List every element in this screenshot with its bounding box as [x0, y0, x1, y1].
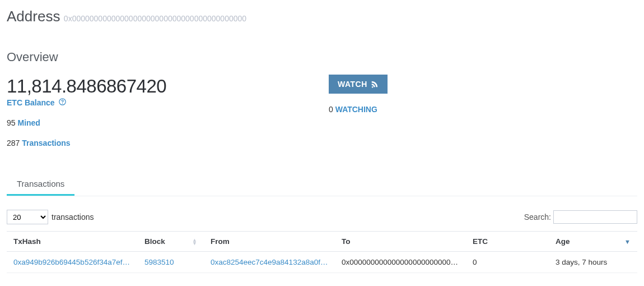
watching-link[interactable]: WATCHING	[335, 105, 377, 114]
overview-heading: Overview	[0, 25, 644, 64]
svg-point-1	[62, 103, 63, 104]
etc-balance-value: 11,814.8486867420	[7, 76, 315, 97]
col-block[interactable]: Block ▲▼	[138, 232, 204, 252]
mined-stat: 95 Mined	[7, 118, 315, 127]
watching-count: 0	[329, 105, 333, 114]
title-heading: Address	[7, 8, 60, 25]
etc-balance-label[interactable]: ETC Balance	[7, 98, 315, 107]
rss-icon	[371, 80, 379, 88]
transactions-count: 287	[7, 139, 20, 147]
watch-button-label: WATCH	[338, 80, 367, 89]
cell-from[interactable]: 0xac8254eec7c4e9a84132a8a0fa6…	[211, 258, 328, 266]
watch-button[interactable]: WATCH	[329, 75, 388, 94]
question-circle-icon[interactable]	[59, 98, 66, 107]
page-size-select[interactable]: 20	[7, 210, 48, 224]
address-hash: 0x00000000000000000000000000000000000000…	[64, 14, 246, 23]
cell-to: 0x00000000000000000000000000…	[342, 258, 459, 266]
mined-link[interactable]: Mined	[17, 118, 40, 127]
table-toolbar: 20 transactions Search:	[0, 196, 644, 231]
cell-age: 3 days, 7 hours	[549, 252, 637, 273]
etc-balance-text: ETC Balance	[7, 98, 55, 107]
transactions-stat: 287 Transactions	[7, 139, 315, 147]
col-txhash[interactable]: TxHash	[7, 232, 138, 252]
transactions-table: TxHash Block ▲▼ From To ETC Age ▼ 0xa949…	[7, 231, 637, 273]
sort-desc-icon: ▼	[624, 238, 631, 245]
cell-txhash[interactable]: 0xa949b926b69445b526f34a7ef5d…	[13, 258, 131, 266]
col-to[interactable]: To	[335, 232, 466, 252]
table-row: 0xa949b926b69445b526f34a7ef5d… 5983510 0…	[7, 252, 637, 273]
page-size-suffix: transactions	[52, 213, 94, 222]
col-etc[interactable]: ETC	[466, 232, 549, 252]
watching-stat: 0 WATCHING	[329, 105, 388, 114]
col-age[interactable]: Age ▼	[549, 232, 637, 252]
cell-block[interactable]: 5983510	[144, 258, 174, 266]
cell-etc: 0	[466, 252, 549, 273]
tab-bar: Transactions	[7, 173, 637, 196]
search-input[interactable]	[553, 210, 637, 224]
col-from[interactable]: From	[204, 232, 335, 252]
sort-icon: ▲▼	[192, 238, 197, 245]
transactions-link[interactable]: Transactions	[22, 139, 70, 147]
search-label: Search:	[524, 213, 551, 222]
mined-count: 95	[7, 118, 16, 127]
tab-transactions[interactable]: Transactions	[7, 173, 74, 196]
table-header-row: TxHash Block ▲▼ From To ETC Age ▼	[7, 232, 637, 252]
page-title: Address 0x000000000000000000000000000000…	[0, 0, 644, 25]
